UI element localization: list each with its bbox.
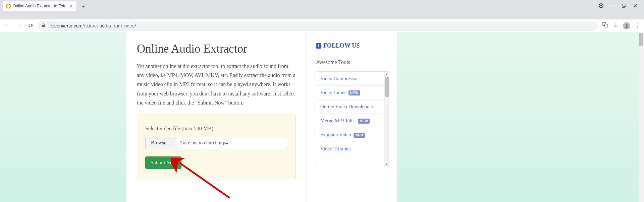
browser-tab[interactable]: Online Audio Extractor to Extr ×: [3, 1, 76, 11]
forward-button[interactable]: →: [15, 21, 24, 30]
submit-button[interactable]: Submit Now: [145, 156, 181, 169]
selected-file-name[interactable]: Take me to church.mp4: [177, 137, 287, 149]
kebab-menu-icon[interactable]: ⋮: [635, 22, 641, 29]
facebook-icon: f: [316, 43, 321, 49]
tool-link[interactable]: Video Joiner: [320, 90, 346, 95]
page-scrollbar-thumb[interactable]: [639, 33, 643, 46]
new-badge: NEW: [348, 90, 360, 95]
close-window-button[interactable]: [633, 3, 638, 8]
follow-us-label: FOLLOW US: [323, 42, 360, 49]
tab-strip: Online Audio Extractor to Extr × + —: [0, 0, 644, 11]
file-input-row: Browse… Take me to church.mp4: [145, 137, 287, 149]
tools-panel: Video Compressor Video Joiner NEW Online…: [316, 71, 389, 167]
chrome-toolbar-right: ☆ ⋮: [600, 22, 641, 29]
svg-rect-4: [42, 25, 45, 27]
incognito-icon[interactable]: [598, 3, 604, 8]
scroll-up-arrow-icon[interactable]: ▲: [384, 72, 389, 77]
page-viewport: Online Audio Extractor Yet another onlin…: [0, 32, 644, 202]
tool-item-video-joiner: Video Joiner NEW: [316, 86, 389, 100]
back-button[interactable]: ←: [3, 21, 13, 30]
upload-panel: Select video file (max 500 MB): Browse… …: [137, 115, 296, 179]
tool-link[interactable]: Video Compressor: [320, 76, 358, 81]
tool-link[interactable]: Brighten Video: [320, 132, 351, 137]
bookmark-star-icon[interactable]: ☆: [613, 22, 618, 29]
sidebar: f FOLLOW US Awesome Tools Video Compress…: [306, 32, 397, 202]
address-bar[interactable]: fileconverto.com/extract-audio-from-vide…: [38, 21, 598, 31]
follow-us-link[interactable]: f FOLLOW US: [316, 42, 389, 49]
minimize-button[interactable]: —: [610, 3, 615, 8]
address-bar-row: ← → ⟳ fileconverto.com/extract-audio-fro…: [0, 19, 644, 32]
lock-icon: [42, 23, 46, 28]
tool-link[interactable]: Online Video Downloader: [320, 104, 373, 109]
new-badge: NEW: [358, 119, 370, 124]
tool-link[interactable]: Merge MP3 Files: [320, 118, 356, 123]
new-tab-button[interactable]: +: [78, 2, 88, 11]
content-card: Online Audio Extractor Yet another onlin…: [126, 32, 397, 202]
tool-item-brighten-video: Brighten Video NEW: [316, 128, 389, 142]
favicon-icon: [6, 4, 11, 8]
upload-label: Select video file (max 500 MB):: [145, 126, 287, 132]
browser-chrome: Online Audio Extractor to Extr × + —: [0, 0, 644, 19]
translate-icon[interactable]: [602, 22, 608, 29]
svg-rect-6: [605, 24, 608, 27]
main-column: Online Audio Extractor Yet another onlin…: [126, 32, 306, 189]
tool-item-online-video-downloader: Online Video Downloader: [316, 100, 389, 114]
svg-rect-1: [623, 4, 626, 7]
tool-item-video-trimmer: Video Trimmer: [316, 142, 389, 156]
tools-scrollbar[interactable]: ▲ ▼: [384, 72, 389, 167]
tools-list: Video Compressor Video Joiner NEW Online…: [316, 72, 389, 156]
url-text: fileconverto.com/extract-audio-from-vide…: [48, 23, 136, 28]
page-title: Online Audio Extractor: [137, 42, 296, 56]
reload-button[interactable]: ⟳: [26, 21, 36, 30]
window-controls: —: [598, 0, 644, 11]
tool-item-merge-mp3: Merge MP3 Files NEW: [316, 114, 389, 128]
browse-button[interactable]: Browse…: [146, 137, 177, 149]
awesome-tools-heading: Awesome Tools: [316, 59, 389, 65]
maximize-button[interactable]: [621, 3, 627, 8]
new-badge: NEW: [354, 133, 365, 138]
tool-link[interactable]: Video Trimmer: [320, 146, 351, 151]
tool-item-video-compressor: Video Compressor: [316, 72, 389, 86]
profile-avatar-icon[interactable]: [623, 22, 630, 29]
page-description: Yet another online audio extractor tool …: [137, 62, 296, 107]
tools-scrollbar-thumb[interactable]: [385, 77, 389, 97]
svg-point-7: [626, 24, 628, 26]
page-scrollbar[interactable]: [639, 32, 644, 202]
close-tab-icon[interactable]: ×: [68, 4, 73, 9]
scroll-down-arrow-icon[interactable]: ▼: [384, 162, 389, 167]
tab-title: Online Audio Extractor to Extr: [13, 4, 66, 8]
